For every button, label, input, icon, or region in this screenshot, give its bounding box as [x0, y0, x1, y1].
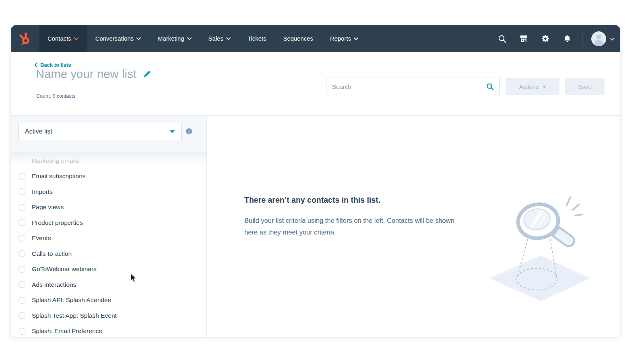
filter-option-calls-to-action[interactable]: Calls-to-action — [11, 246, 206, 262]
filter-option-label: Product properties — [32, 219, 83, 226]
filter-option-label: Splash: Email Preference — [32, 327, 102, 335]
nav-item-label: Conversations — [95, 35, 134, 42]
radio-button[interactable] — [19, 157, 25, 164]
filter-option-label: Splash API: Splash Attendee — [32, 296, 111, 304]
filter-option-label: Ads interactions — [32, 281, 76, 288]
filter-option-label: GoToWebinar webinars — [32, 265, 97, 273]
nav-item-conversations[interactable]: Conversations — [87, 25, 149, 52]
empty-state-description: Build your list criteria using the filte… — [244, 215, 465, 238]
search-input[interactable] — [326, 83, 486, 90]
filters-sidebar: Active list i Marketing emailsEmail subs… — [11, 116, 207, 337]
notifications-icon[interactable] — [556, 25, 578, 52]
chevron-down-icon — [226, 37, 231, 40]
list-preview-pane: There aren’t any contacts in this list. … — [207, 116, 620, 337]
radio-button[interactable] — [19, 328, 25, 335]
chevron-down-icon — [354, 37, 358, 40]
search-submit-icon[interactable] — [486, 83, 500, 90]
hubspot-logo[interactable] — [11, 25, 39, 52]
dropdown-caret-icon — [170, 130, 175, 133]
filter-option-ads-interactions[interactable]: Ads interactions — [11, 277, 206, 293]
filter-option-page-views[interactable]: Page views — [11, 200, 206, 215]
list-name-placeholder[interactable]: Name your new list — [36, 68, 136, 81]
filter-option-label: Splash Test App: Splash Event — [32, 312, 117, 319]
list-type-dropdown[interactable]: Active list — [18, 123, 182, 140]
radio-button[interactable] — [19, 204, 25, 211]
filter-option-marketing-emails[interactable]: Marketing emails — [11, 153, 206, 169]
search-icon[interactable] — [491, 25, 513, 52]
app-window: ContactsConversationsMarketingSalesTicke… — [11, 25, 620, 337]
radio-button[interactable] — [19, 173, 25, 180]
hubspot-sprocket-icon — [19, 32, 31, 45]
chevron-left-icon — [34, 62, 37, 68]
filter-option-product-properties[interactable]: Product properties — [11, 215, 206, 231]
primary-nav: ContactsConversationsMarketingSalesTicke… — [39, 25, 367, 52]
nav-item-label: Tickets — [248, 35, 266, 42]
radio-button[interactable] — [19, 297, 25, 304]
filter-option-email-subscriptions[interactable]: Email subscriptions — [11, 169, 206, 184]
nav-item-tickets[interactable]: Tickets — [239, 25, 275, 52]
magnifying-glass-illustration — [485, 191, 594, 314]
radio-button[interactable] — [19, 188, 25, 195]
save-button-label: Save — [578, 83, 592, 90]
actions-caret-icon — [542, 86, 546, 88]
filter-option-splash-api-splash-attendee[interactable]: Splash API: Splash Attendee — [11, 292, 206, 308]
radio-button[interactable] — [19, 266, 25, 273]
filter-option-imports[interactable]: Imports — [11, 184, 206, 200]
nav-item-label: Sequences — [283, 35, 313, 42]
filter-option-label: Page views — [32, 204, 64, 211]
user-avatar[interactable] — [591, 31, 606, 46]
nav-item-label: Marketing — [158, 35, 184, 42]
actions-button-label: Actions — [519, 83, 539, 90]
back-link-label: Back to lists — [40, 62, 71, 68]
top-navigation: ContactsConversationsMarketingSalesTicke… — [11, 25, 620, 52]
settings-icon[interactable] — [535, 25, 556, 52]
list-type-selected-value: Active list — [25, 128, 52, 135]
save-button[interactable]: Save — [565, 78, 605, 95]
marketplace-icon[interactable] — [513, 25, 535, 52]
empty-state-title: There aren’t any contacts in this list. — [244, 195, 380, 205]
nav-item-sales[interactable]: Sales — [200, 25, 239, 52]
nav-item-label: Contacts — [47, 35, 71, 42]
chevron-down-icon — [74, 37, 78, 40]
radio-button[interactable] — [19, 281, 25, 288]
filter-option-gotowebinar-webinars[interactable]: GoToWebinar webinars — [11, 261, 206, 277]
filter-option-splash-test-app-splash-event[interactable]: Splash Test App: Splash Event — [11, 308, 206, 324]
search-box — [326, 78, 500, 95]
nav-item-sequences[interactable]: Sequences — [275, 25, 322, 52]
filter-option-label: Imports — [32, 188, 53, 195]
chevron-down-icon — [187, 37, 192, 40]
actions-button[interactable]: Actions — [506, 78, 559, 95]
edit-name-pencil-icon[interactable] — [143, 71, 151, 78]
filter-option-splash-email-preference[interactable]: Splash: Email Preference — [11, 323, 206, 337]
radio-button[interactable] — [19, 312, 25, 319]
filter-option-events[interactable]: Events — [11, 230, 206, 246]
radio-button[interactable] — [19, 235, 25, 242]
nav-item-label: Reports — [330, 35, 351, 42]
filter-option-label: Events — [32, 234, 51, 242]
filter-option-label: Marketing emails — [32, 157, 79, 165]
person-silhouette-icon — [591, 31, 606, 46]
nav-divider — [582, 32, 582, 45]
list-type-panel: Active list i — [11, 116, 206, 152]
info-icon[interactable]: i — [186, 128, 192, 134]
list-title-row: Name your new list — [36, 68, 151, 81]
nav-item-contacts[interactable]: Contacts — [39, 25, 87, 52]
back-to-lists-link[interactable]: Back to lists — [34, 62, 71, 68]
filter-option-label: Email subscriptions — [32, 173, 86, 180]
radio-button[interactable] — [19, 250, 25, 257]
nav-item-label: Sales — [208, 35, 223, 42]
nav-item-marketing[interactable]: Marketing — [149, 25, 200, 52]
content-area: Active list i Marketing emailsEmail subs… — [11, 115, 620, 337]
nav-item-reports[interactable]: Reports — [322, 25, 367, 52]
filter-option-label: Calls-to-action — [32, 250, 72, 257]
nav-right-tools — [491, 25, 620, 52]
chevron-down-icon — [136, 37, 141, 40]
filter-options-list: Marketing emailsEmail subscriptionsImpor… — [11, 152, 206, 337]
radio-button[interactable] — [19, 219, 25, 226]
contact-count: Count: 0 contacts — [36, 93, 75, 99]
user-menu-chevron-icon[interactable] — [610, 35, 615, 42]
